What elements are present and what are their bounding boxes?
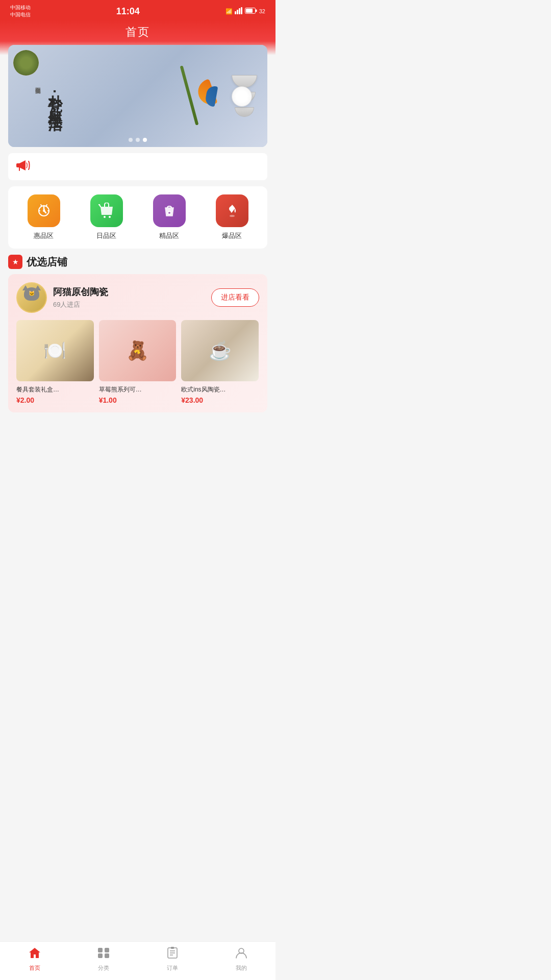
jing-icon bbox=[153, 194, 186, 227]
svg-rect-3 bbox=[241, 7, 242, 14]
store-avatar: 🐱 bbox=[16, 282, 47, 313]
product-grid: 🍽️ 餐具套装礼盒… ¥2.00 🧸 草莓熊系列可… ¥1.00 ☕ 欧式ins… bbox=[16, 320, 259, 404]
banner-decoration-plant bbox=[13, 50, 39, 76]
white-flower bbox=[232, 86, 252, 107]
product-price-2: ¥1.00 bbox=[99, 396, 177, 404]
category-ri[interactable]: 日品区 bbox=[90, 194, 123, 240]
product-item-2[interactable]: 🧸 草莓熊系列可… ¥1.00 bbox=[99, 320, 177, 404]
product-image-1: 🍽️ bbox=[16, 320, 94, 381]
category-jing[interactable]: 精品区 bbox=[153, 194, 186, 240]
svg-point-10 bbox=[104, 216, 106, 218]
store-header: 🐱 阿猫原创陶瓷 69人进店 进店看看 bbox=[16, 282, 259, 313]
carrier1: 中国移动 bbox=[10, 4, 31, 11]
megaphone-icon bbox=[16, 159, 31, 174]
page-title: 首页 bbox=[10, 24, 265, 40]
status-time: 11:04 bbox=[116, 6, 140, 17]
store-info: 阿猫原创陶瓷 69人进店 bbox=[53, 286, 211, 309]
jing-label: 精品区 bbox=[159, 231, 179, 240]
hui-icon bbox=[28, 194, 60, 227]
carrier2: 中国电信 bbox=[10, 11, 31, 18]
banner-title: 朴瓷·自然生活 bbox=[46, 83, 64, 109]
battery-level: 32 bbox=[259, 8, 265, 14]
ri-icon bbox=[90, 194, 123, 227]
bao-label: 爆品区 bbox=[222, 231, 242, 240]
section-header-stores: ★ 优选店铺 bbox=[8, 255, 267, 269]
wifi-icon: 📶 bbox=[226, 8, 233, 15]
star-icon: ★ bbox=[8, 255, 22, 269]
svg-rect-2 bbox=[239, 8, 240, 14]
svg-rect-0 bbox=[235, 11, 236, 14]
store-card: 🐱 阿猫原创陶瓷 69人进店 进店看看 🍽️ 餐具套装礼盒… ¥2.00 🧸 草… bbox=[8, 274, 267, 412]
ri-label: 日品区 bbox=[96, 231, 116, 240]
store-visit-button[interactable]: 进店看看 bbox=[211, 288, 259, 307]
dot-2[interactable] bbox=[136, 138, 140, 142]
product-name-1: 餐具套装礼盒… bbox=[16, 385, 94, 394]
dot-1[interactable] bbox=[129, 138, 133, 142]
product-image-3: ☕ bbox=[181, 320, 259, 381]
flower-orange bbox=[196, 76, 227, 116]
product-item-1[interactable]: 🍽️ 餐具套装礼盒… ¥2.00 bbox=[16, 320, 94, 404]
status-icons: 📶 32 bbox=[226, 7, 265, 15]
product-name-2: 草莓熊系列可… bbox=[99, 385, 177, 394]
banner-decoration-right bbox=[196, 75, 257, 117]
bao-icon bbox=[216, 194, 248, 227]
svg-point-11 bbox=[109, 216, 111, 218]
store-visitors: 69人进店 bbox=[53, 300, 211, 309]
store-name: 阿猫原创陶瓷 bbox=[53, 286, 211, 298]
banner-carousel[interactable]: 享受阳光和美食 朴瓷·自然生活 bbox=[8, 45, 267, 147]
bowl-3 bbox=[235, 107, 254, 117]
banner-dots bbox=[129, 138, 147, 142]
battery-icon bbox=[245, 8, 257, 15]
product-item-3[interactable]: ☕ 欧式ins风陶瓷… ¥23.00 bbox=[181, 320, 259, 404]
banner-text: 享受阳光和美食 朴瓷·自然生活 bbox=[34, 83, 63, 109]
category-hui[interactable]: 惠品区 bbox=[28, 194, 60, 240]
dot-3[interactable] bbox=[143, 138, 147, 142]
svg-point-13 bbox=[230, 215, 235, 217]
svg-rect-6 bbox=[256, 10, 257, 12]
hui-label: 惠品区 bbox=[34, 231, 54, 240]
product-price-3: ¥23.00 bbox=[181, 396, 259, 404]
svg-rect-1 bbox=[237, 10, 238, 14]
banner-content: 享受阳光和美食 朴瓷·自然生活 bbox=[8, 73, 267, 119]
category-section: 惠品区 日品区 精品区 bbox=[8, 186, 267, 249]
status-bar: 中国移动 中国电信 11:04 📶 32 bbox=[0, 0, 276, 20]
carrier-info: 中国移动 中国电信 bbox=[10, 4, 31, 18]
signal-icon bbox=[235, 7, 243, 15]
section-title-stores: 优选店铺 bbox=[27, 255, 67, 269]
product-price-1: ¥2.00 bbox=[16, 396, 94, 404]
svg-rect-5 bbox=[246, 9, 253, 13]
notice-bar bbox=[8, 153, 267, 180]
category-bao[interactable]: 爆品区 bbox=[216, 194, 248, 240]
bowl-1 bbox=[232, 75, 257, 88]
svg-point-8 bbox=[43, 210, 45, 212]
product-image-2: 🧸 bbox=[99, 320, 177, 381]
product-name-3: 欧式ins风陶瓷… bbox=[181, 385, 259, 394]
